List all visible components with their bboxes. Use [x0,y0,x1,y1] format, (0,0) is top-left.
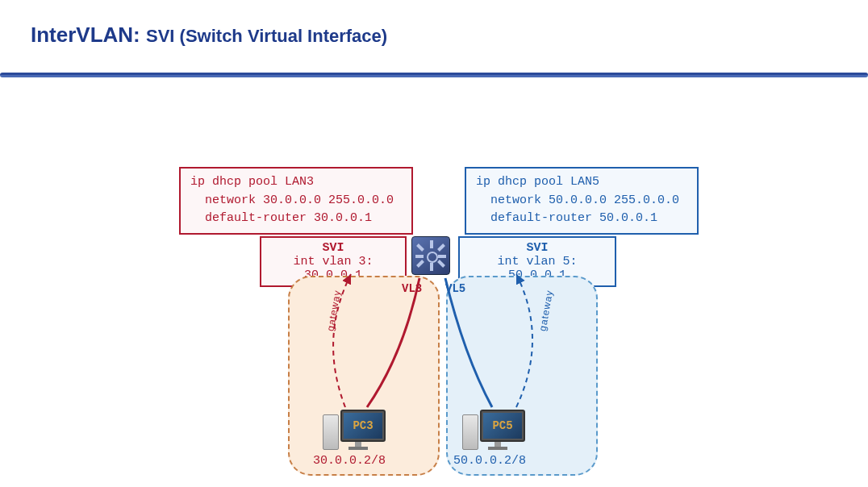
vl5-label: VL5 [445,282,465,295]
pc5-icon: PC5 [462,393,527,450]
title-sub: SVI (Switch Virtual Interface) [146,26,387,46]
svi-vlan3-title: SVI [268,241,399,255]
dhcp-lan3-line2: network 30.0.0.0 255.0.0.0 [190,192,402,210]
title-main: InterVLAN: [31,23,140,47]
dhcp-lan5-line2: network 50.0.0.0 255.0.0.0 [476,192,687,210]
title-underline [0,73,868,77]
page-title: InterVLAN: SVI (Switch Virtual Interface… [31,23,387,48]
dhcp-lan5-line1: ip dhcp pool LAN5 [476,175,599,189]
dhcp-lan5-line3: default-router 50.0.0.1 [476,210,687,228]
pc3-icon: PC3 [323,393,387,450]
dhcp-pool-lan5-box: ip dhcp pool LAN5 network 50.0.0.0 255.0… [465,167,699,235]
pc3-ip: 30.0.0.2/8 [313,454,386,468]
layer3-switch-icon [411,236,450,275]
pc5-ip: 50.0.0.2/8 [453,454,526,468]
svi-vlan5-title: SVI [466,241,608,255]
dhcp-pool-lan3-box: ip dhcp pool LAN3 ✦ network 30.0.0.0 255… [179,167,413,235]
dhcp-lan3-line1: ip dhcp pool LAN3 [190,175,314,189]
pc5-screen-label: PC5 [483,413,522,439]
vl3-label: VL3 [402,282,422,295]
dhcp-lan3-line3: default-router 30.0.0.1 [190,210,402,228]
pc3-screen-label: PC3 [344,413,382,439]
